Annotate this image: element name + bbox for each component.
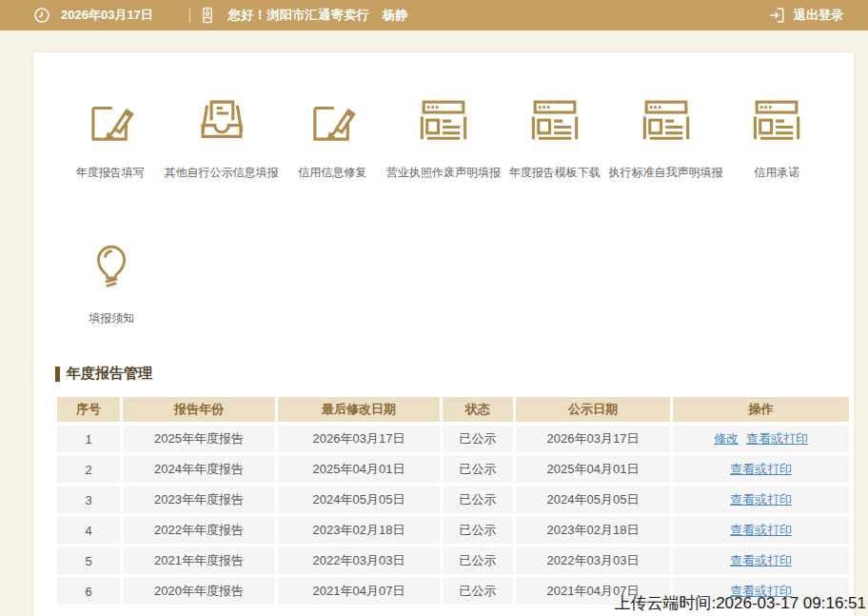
column-header: 报告年份 (123, 397, 275, 422)
shortcut-item[interactable]: 年度报告填写 (56, 94, 165, 181)
shortcut-item[interactable]: 信用信息修复 (279, 94, 387, 181)
shortcut-label: 执行标准自我声明填报 (609, 165, 723, 181)
logout-label: 退出登录 (794, 7, 843, 24)
view-print-link[interactable]: 查看或打印 (730, 462, 792, 476)
shortcut-label: 营业执照作废声明填报 (386, 165, 501, 181)
cell-actions: 查看或打印 (673, 456, 849, 483)
cell-serial: 3 (57, 487, 120, 513)
cell-published: 2023年02月18日 (516, 517, 670, 544)
cell-status: 已公示 (443, 426, 513, 452)
shortcut-label: 填报须知 (89, 310, 134, 327)
cell-actions: 修改查看或打印 (673, 426, 849, 452)
table-row: 52021年年度报告2022年03月03日已公示2022年03月03日查看或打印 (57, 547, 849, 574)
topbar-date: 2026年03月17日 (61, 7, 153, 24)
shortcut-item[interactable]: 执行标准自我声明填报 (609, 94, 723, 181)
cell-modified: 2024年05月05日 (278, 487, 440, 513)
exit-icon (767, 6, 786, 25)
cell-modified: 2022年03月03日 (278, 547, 440, 574)
inbox-doc-icon (194, 94, 249, 149)
webpage-icon (527, 94, 582, 149)
webpage-icon (416, 94, 471, 149)
cell-year: 2021年年度报告 (123, 547, 275, 574)
cell-modified: 2025年04月01日 (278, 456, 440, 483)
cell-serial: 1 (57, 426, 120, 452)
cell-published: 2024年05月05日 (516, 487, 670, 513)
shortcut-label: 信用承诺 (754, 165, 799, 181)
section-title-bar (55, 367, 60, 382)
shortcut-label: 年度报告填写 (76, 165, 145, 181)
edit-square-icon (83, 94, 138, 149)
view-print-link[interactable]: 查看或打印 (746, 431, 808, 446)
cell-year: 2024年年度报告 (123, 456, 275, 483)
cell-status: 已公示 (443, 456, 513, 483)
edit-square-icon (305, 94, 360, 149)
shortcut-label: 其他自行公示信息填报 (165, 165, 279, 181)
cell-year: 2023年年度报告 (123, 487, 275, 513)
table-row: 42022年年度报告2023年02月18日已公示2023年02月18日查看或打印 (57, 517, 849, 544)
cell-actions: 查看或打印 (673, 547, 849, 574)
upload-time-overlay: 上传云端时间:2026-03-17 09:16:51 (614, 592, 866, 614)
cell-serial: 2 (57, 456, 120, 483)
cell-serial: 4 (57, 517, 120, 544)
shortcut-item[interactable]: 填报须知 (56, 240, 167, 327)
cell-modified: 2021年04月07日 (278, 578, 440, 605)
column-header: 状态 (443, 397, 513, 422)
report-table: 序号报告年份最后修改日期状态公示日期操作 12025年年度报告2026年03月1… (54, 393, 852, 608)
shortcut-item[interactable]: 信用承诺 (723, 94, 832, 181)
cell-serial: 6 (57, 578, 120, 605)
report-table-header-row: 序号报告年份最后修改日期状态公示日期操作 (57, 397, 849, 422)
shortcut-label: 信用信息修复 (298, 165, 366, 181)
table-row: 22024年年度报告2025年04月01日已公示2025年04月01日查看或打印 (57, 456, 849, 483)
column-header: 最后修改日期 (278, 397, 440, 422)
report-table-body: 12025年年度报告2026年03月17日已公示2026年03月17日修改查看或… (57, 426, 849, 605)
section-title-text: 年度报告管理 (67, 365, 152, 383)
view-print-link[interactable]: 查看或打印 (730, 523, 792, 537)
shortcut-label: 年度报告模板下载 (509, 165, 601, 181)
cell-status: 已公示 (443, 487, 513, 513)
shortcut-item[interactable]: 其他自行公示信息填报 (165, 94, 279, 181)
notice-grid: 填报须知 (56, 181, 831, 327)
cell-status: 已公示 (443, 547, 513, 574)
main-card: 年度报告填写其他自行公示信息填报信用信息修复营业执照作废声明填报年度报告模板下载… (33, 52, 854, 616)
cell-published: 2026年03月17日 (516, 426, 670, 452)
cell-published: 2025年04月01日 (516, 456, 670, 483)
lightbulb-icon (84, 240, 139, 295)
cell-modified: 2023年02月18日 (278, 517, 440, 544)
cell-year: 2020年年度报告 (123, 578, 275, 605)
section-title: 年度报告管理 (55, 365, 854, 383)
cell-status: 已公示 (443, 578, 513, 605)
logout-button[interactable]: 退出登录 (767, 6, 843, 25)
cell-serial: 5 (57, 547, 120, 574)
cell-actions: 查看或打印 (673, 517, 849, 544)
cell-actions: 查看或打印 (673, 487, 849, 513)
cell-modified: 2026年03月17日 (278, 426, 440, 452)
cell-published: 2022年03月03日 (516, 547, 670, 574)
table-row: 32023年年度报告2024年05月05日已公示2024年05月05日查看或打印 (57, 487, 849, 513)
topbar-divider (189, 8, 190, 23)
cell-year: 2022年年度报告 (123, 517, 275, 544)
webpage-icon (749, 94, 804, 149)
table-row: 12025年年度报告2026年03月17日已公示2026年03月17日修改查看或… (57, 426, 849, 452)
column-header: 操作 (673, 397, 849, 422)
clock-icon (32, 6, 51, 25)
shortcut-item[interactable]: 营业执照作废声明填报 (386, 94, 501, 181)
cell-status: 已公示 (443, 517, 513, 544)
topbar: 2026年03月17日 您好！浏阳市汇通寄卖行 杨静 退出登录 (0, 0, 868, 30)
modify-link[interactable]: 修改 (714, 431, 739, 446)
view-print-link[interactable]: 查看或打印 (730, 492, 792, 507)
id-badge-icon (198, 6, 217, 25)
user-greeting: 您好！浏阳市汇通寄卖行 杨静 (228, 7, 408, 24)
shortcut-grid: 年度报告填写其他自行公示信息填报信用信息修复营业执照作废声明填报年度报告模板下载… (56, 52, 831, 181)
column-header: 序号 (57, 397, 120, 422)
cell-year: 2025年年度报告 (123, 426, 275, 452)
column-header: 公示日期 (516, 397, 670, 422)
view-print-link[interactable]: 查看或打印 (730, 553, 792, 567)
webpage-icon (639, 94, 694, 149)
shortcut-item[interactable]: 年度报告模板下载 (501, 94, 609, 181)
